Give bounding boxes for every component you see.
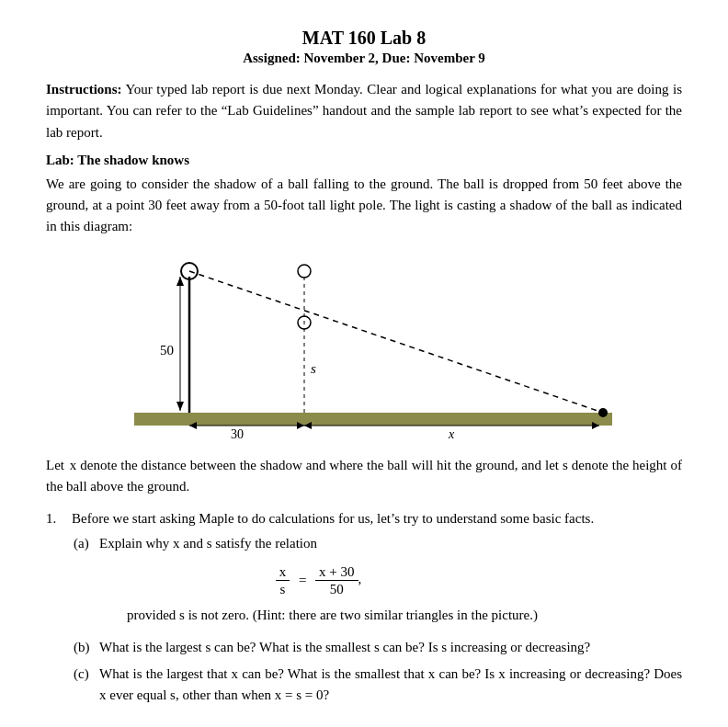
lab-title: Lab: The shadow knows xyxy=(46,153,682,168)
qa-content: Explain why x and s satisfy the relation… xyxy=(99,533,538,631)
qb-label: (b) xyxy=(74,637,99,658)
instructions-text: Your typed lab report is due next Monday… xyxy=(46,82,682,140)
pole-height-arrow-bottom xyxy=(176,402,184,411)
hint-text: provided s is not zero. (Hint: there are… xyxy=(99,605,538,626)
page-subtitle: Assigned: November 2, Due: November 9 xyxy=(46,51,682,66)
sub-item-a: (a) Explain why x and s satisfy the rela… xyxy=(74,533,682,631)
lhs-numerator: x xyxy=(276,564,290,582)
50-label: 50 xyxy=(160,343,174,358)
q1-text: Before we start asking Maple to do calcu… xyxy=(72,508,594,529)
ground-bar xyxy=(134,413,612,426)
x-label: x xyxy=(448,427,455,441)
s-label: s xyxy=(311,361,316,376)
questions-block: 1. Before we start asking Maple to do ca… xyxy=(46,508,682,707)
rhs-numerator: x + 30 xyxy=(315,564,358,582)
question-1-main: 1. Before we start asking Maple to do ca… xyxy=(46,508,682,529)
ball-initial-circle xyxy=(298,265,311,278)
q1-num: 1. xyxy=(46,508,72,529)
pole-height-arrow-top xyxy=(176,277,184,286)
instructions-label: Instructions: xyxy=(46,82,122,97)
qa-text: Explain why x and s satisfy the relation xyxy=(99,536,317,551)
qc-text: What is the largest that x can be? What … xyxy=(99,664,682,707)
lab-description: We are going to consider the shadow of a… xyxy=(46,174,682,238)
instructions-block: Instructions: Your typed lab report is d… xyxy=(46,79,682,143)
sub-item-b: (b) What is the largest s can be? What i… xyxy=(74,637,682,658)
rhs-denominator: 50 xyxy=(326,581,347,597)
30-label: 30 xyxy=(231,427,244,441)
qb-text: What is the largest s can be? What is th… xyxy=(99,637,590,658)
shadow-dot xyxy=(598,408,608,417)
comma: , xyxy=(358,572,362,586)
lhs-denominator: s xyxy=(276,581,289,597)
diagram: s 50 30 x xyxy=(46,249,682,442)
rhs-fraction: x + 30 50 xyxy=(315,564,358,597)
qc-label: (c) xyxy=(74,664,99,685)
sub-questions-list: (a) Explain why x and s satisfy the rela… xyxy=(46,533,682,706)
sub-item-c: (c) What is the largest that x can be? W… xyxy=(74,664,682,707)
page-title: MAT 160 Lab 8 xyxy=(46,28,682,49)
lhs-fraction: x s xyxy=(276,564,290,597)
qa-label: (a) xyxy=(74,533,99,554)
var-description: Let x denote the distance between the sh… xyxy=(46,455,682,498)
shadow-ray xyxy=(189,271,603,413)
fraction-equation-block: x s = x + 30 50 , xyxy=(99,564,538,597)
equals-sign: = xyxy=(299,570,306,591)
diagram-svg: s 50 30 x xyxy=(107,249,621,442)
